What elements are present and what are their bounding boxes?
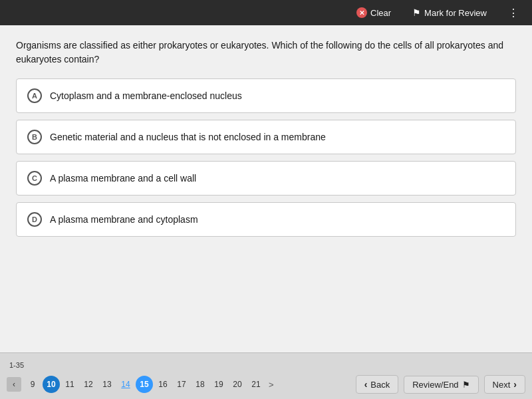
bottom-bar: 1-35 ‹ 9101112131415161718192021 > ‹ Bac… xyxy=(0,352,532,399)
question-text: Organisms are classified as either proka… xyxy=(16,39,516,66)
answer-option-b[interactable]: B Genetic material and a nucleus that is… xyxy=(16,120,516,154)
page-num-12[interactable]: 12 xyxy=(80,376,97,393)
option-text-b: Genetic material and a nucleus that is n… xyxy=(50,132,326,142)
page-num-10[interactable]: 10 xyxy=(43,376,60,393)
review-label: Review/End xyxy=(412,380,458,390)
back-button[interactable]: ‹ Back xyxy=(356,375,399,394)
answer-option-a[interactable]: A Cytoplasm and a membrane-enclosed nucl… xyxy=(16,78,516,113)
flag-icon: ⚑ xyxy=(412,7,421,18)
next-label: Next xyxy=(493,380,511,390)
option-label-a: A xyxy=(27,88,42,103)
option-text-c: A plasma membrane and a cell wall xyxy=(50,173,196,184)
question-range: 1-35 xyxy=(9,361,24,369)
answer-option-c[interactable]: C A plasma membrane and a cell wall xyxy=(16,161,516,196)
next-button[interactable]: Next › xyxy=(484,375,525,394)
answer-option-d[interactable]: D A plasma membrane and cytoplasm xyxy=(16,202,516,237)
next-chevron: › xyxy=(513,379,517,390)
option-text-a: Cytoplasm and a membrane-enclosed nucleu… xyxy=(50,90,242,101)
prev-arrow[interactable]: ‹ xyxy=(7,377,21,392)
page-num-11[interactable]: 11 xyxy=(61,376,78,393)
option-label-c: C xyxy=(27,171,42,186)
right-nav: ‹ Back Review/End ⚑ Next › xyxy=(356,375,525,394)
mark-review-label: Mark for Review xyxy=(424,8,487,18)
page-num-16[interactable]: 16 xyxy=(154,376,172,393)
page-num-21[interactable]: 21 xyxy=(247,376,265,393)
more-pages[interactable]: > xyxy=(267,380,275,390)
page-num-13[interactable]: 13 xyxy=(98,376,116,393)
review-end-button[interactable]: Review/End ⚑ xyxy=(404,376,478,394)
nav-row: ‹ 9101112131415161718192021 > ‹ Back Rev… xyxy=(7,375,525,394)
page-num-15[interactable]: 15 xyxy=(136,376,153,393)
clear-button[interactable]: ✕ Clear xyxy=(351,5,396,21)
option-text-d: A plasma membrane and cytoplasm xyxy=(50,214,198,225)
page-num-17[interactable]: 17 xyxy=(173,376,190,393)
option-label-d: D xyxy=(27,212,42,227)
page-numbers: 9101112131415161718192021 xyxy=(24,376,265,393)
option-label-b: B xyxy=(27,130,42,144)
page-num-19[interactable]: 19 xyxy=(210,376,227,393)
clear-icon: ✕ xyxy=(356,7,367,18)
extra-icon: ⋮ xyxy=(508,7,519,19)
mark-review-button[interactable]: ⚑ Mark for Review xyxy=(407,5,492,21)
options-container: A Cytoplasm and a membrane-enclosed nucl… xyxy=(16,78,516,237)
page-num-9[interactable]: 9 xyxy=(24,376,41,393)
extra-button[interactable]: ⋮ xyxy=(503,4,524,22)
page-num-14[interactable]: 14 xyxy=(117,376,134,393)
page-num-20[interactable]: 20 xyxy=(229,376,246,393)
back-chevron: ‹ xyxy=(364,379,368,390)
content-area: Organisms are classified as either proka… xyxy=(0,25,532,352)
back-label: Back xyxy=(370,380,390,390)
top-bar: ✕ Clear ⚑ Mark for Review ⋮ xyxy=(0,0,532,25)
clear-label: Clear xyxy=(370,8,391,18)
page-num-18[interactable]: 18 xyxy=(192,376,209,393)
review-flag-icon: ⚑ xyxy=(462,380,470,390)
